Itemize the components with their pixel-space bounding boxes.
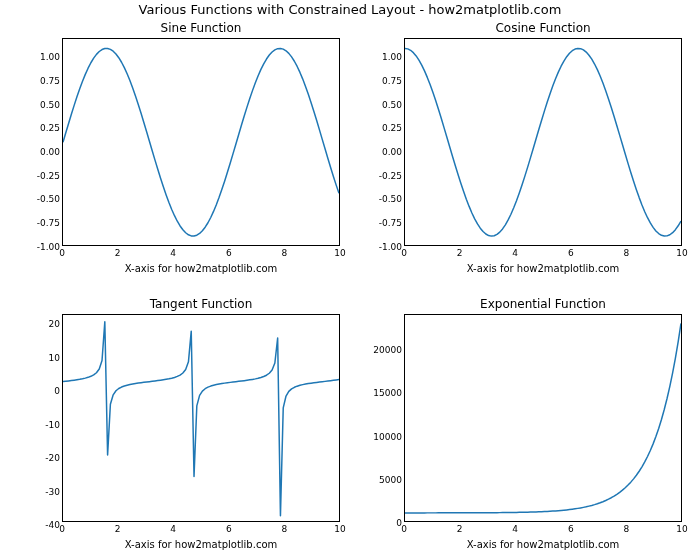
y-tick-label: -10: [45, 420, 60, 430]
x-axis-label: X-axis for how2matplotlib.com: [62, 263, 340, 274]
y-tick-label: -30: [45, 487, 60, 497]
x-tick-label: 6: [568, 524, 574, 534]
y-tick-label: 15000: [373, 388, 402, 398]
x-tick-label: 10: [334, 248, 345, 258]
y-tick-label: 0: [54, 386, 60, 396]
y-tick-label: 0: [396, 518, 402, 528]
x-tick-label: 2: [457, 248, 463, 258]
x-tick-label: 8: [282, 248, 288, 258]
subplot-tangent: Tangent Function Tangent Y-axis - how2ma…: [62, 314, 340, 522]
y-tick-label: -0.50: [379, 194, 402, 204]
figure: Various Functions with Constrained Layou…: [0, 0, 700, 560]
line-tangent: [63, 315, 339, 522]
y-tick-label: -1.00: [379, 242, 402, 252]
x-tick-label: 6: [226, 248, 232, 258]
y-tick-label: 0.00: [382, 147, 402, 157]
x-tick-label: 8: [624, 524, 630, 534]
y-tick-label: -0.25: [37, 171, 60, 181]
x-tick-label: 4: [170, 524, 176, 534]
y-tick-label: 0.50: [40, 100, 60, 110]
axes-title: Cosine Function: [404, 21, 682, 35]
axes-title: Sine Function: [62, 21, 340, 35]
axes-title: Tangent Function: [62, 297, 340, 311]
x-tick-label: 4: [170, 248, 176, 258]
axes-title: Exponential Function: [404, 297, 682, 311]
x-tick-label: 6: [226, 524, 232, 534]
y-tick-label: 1.00: [382, 52, 402, 62]
x-tick-label: 8: [282, 524, 288, 534]
y-tick-label: -1.00: [37, 242, 60, 252]
y-ticks: 05000100001500020000: [396, 314, 402, 522]
subplot-sine: Sine Function Sine Y-axis - how2matplotl…: [62, 38, 340, 246]
x-tick-label: 8: [624, 248, 630, 258]
y-tick-label: 5000: [379, 475, 402, 485]
y-tick-label: 0.50: [382, 100, 402, 110]
x-axis-label: X-axis for how2matplotlib.com: [62, 539, 340, 550]
y-tick-label: -0.25: [379, 171, 402, 181]
y-tick-label: 0.75: [40, 76, 60, 86]
y-tick-label: -0.75: [37, 218, 60, 228]
x-tick-label: 4: [512, 524, 518, 534]
y-tick-label: 1.00: [40, 52, 60, 62]
y-tick-label: 0.25: [382, 123, 402, 133]
plot-area: [404, 38, 682, 246]
y-tick-label: -20: [45, 453, 60, 463]
plot-area: [62, 314, 340, 522]
x-tick-label: 2: [115, 248, 121, 258]
y-tick-label: -40: [45, 520, 60, 530]
y-tick-label: 10: [49, 353, 60, 363]
subplot-cosine: Cosine Function Cosine Y-axis - how2matp…: [404, 38, 682, 246]
x-tick-label: 10: [334, 524, 345, 534]
x-tick-label: 10: [676, 248, 687, 258]
y-ticks: -40-30-20-1001020: [54, 314, 60, 522]
y-ticks: -1.00-0.75-0.50-0.250.000.250.500.751.00: [396, 38, 402, 246]
x-axis-label: X-axis for how2matplotlib.com: [404, 263, 682, 274]
plot-area: [62, 38, 340, 246]
figure-suptitle: Various Functions with Constrained Layou…: [0, 2, 700, 17]
y-ticks: -1.00-0.75-0.50-0.250.000.250.500.751.00: [54, 38, 60, 246]
y-tick-label: 0.00: [40, 147, 60, 157]
x-tick-label: 2: [457, 524, 463, 534]
plot-area: [404, 314, 682, 522]
y-tick-label: 0.25: [40, 123, 60, 133]
y-tick-label: 20000: [373, 345, 402, 355]
x-ticks: 0246810: [404, 524, 682, 536]
y-tick-label: -0.75: [379, 218, 402, 228]
x-ticks: 0246810: [404, 248, 682, 260]
x-tick-label: 2: [115, 524, 121, 534]
x-ticks: 0246810: [62, 524, 340, 536]
line-exponential: [405, 315, 681, 522]
x-tick-label: 6: [568, 248, 574, 258]
x-axis-label: X-axis for how2matplotlib.com: [404, 539, 682, 550]
line-sine: [63, 39, 339, 246]
y-tick-label: 10000: [373, 432, 402, 442]
y-tick-label: 20: [49, 319, 60, 329]
x-tick-label: 10: [676, 524, 687, 534]
y-tick-label: -0.50: [37, 194, 60, 204]
line-cosine: [405, 39, 681, 246]
x-tick-label: 4: [512, 248, 518, 258]
x-ticks: 0246810: [62, 248, 340, 260]
subplot-exponential: Exponential Function Exponential Y-axis …: [404, 314, 682, 522]
y-tick-label: 0.75: [382, 76, 402, 86]
